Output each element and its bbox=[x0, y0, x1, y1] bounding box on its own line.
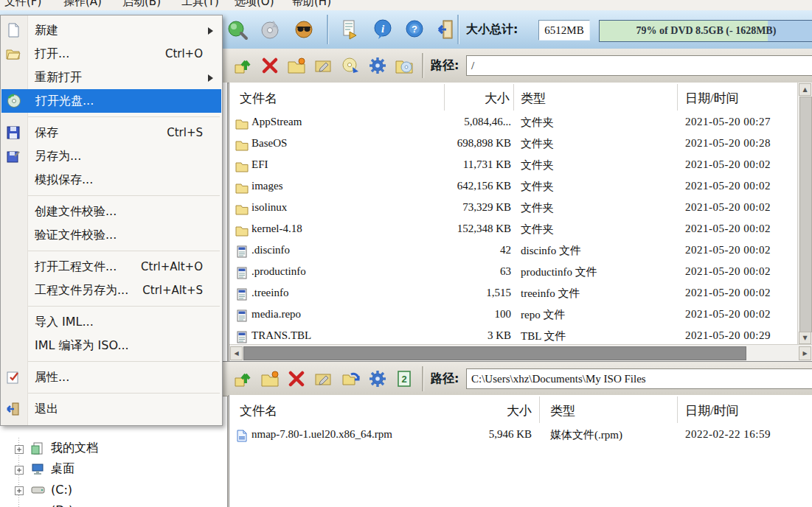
menu-item-create-checksum[interactable]: 创建文件校验... bbox=[1, 200, 222, 223]
tree-item-label: (C:) bbox=[51, 483, 72, 497]
menu-item-verify-checksum[interactable]: 验证文件校验... bbox=[1, 223, 222, 247]
table-row[interactable]: .discinfo42discinfo 文件2021-05-20 00:02 bbox=[229, 242, 812, 263]
menu-options[interactable]: 选项(O) bbox=[235, 0, 274, 9]
tree-item-label: (D:) bbox=[51, 503, 73, 507]
compress-iso-icon[interactable] bbox=[225, 17, 250, 42]
table-row[interactable]: kernel-4.18152,348 KB文件夹2021-05-20 00:02 bbox=[229, 220, 812, 242]
scroll-left-button[interactable]: ◀ bbox=[230, 346, 243, 360]
new-folder-icon[interactable] bbox=[286, 55, 307, 76]
column-header-name[interactable]: 文件名 bbox=[240, 402, 277, 419]
rename-icon[interactable] bbox=[313, 55, 333, 76]
menu-actions[interactable]: 操作(A) bbox=[63, 0, 102, 9]
file-type: 文件夹 bbox=[521, 180, 554, 194]
delete-icon[interactable] bbox=[260, 55, 280, 76]
size-total-value: 6512MB bbox=[538, 20, 590, 41]
size-total-label: 大小总计: bbox=[466, 22, 518, 38]
menu-item-open[interactable]: 打开... Ctrl+O bbox=[1, 42, 222, 66]
menu-tools[interactable]: 工具(T) bbox=[181, 0, 219, 9]
local-path-field[interactable]: C:\Users\xhz\Documents\My ISO Files bbox=[466, 368, 812, 389]
iso-path-field[interactable]: / bbox=[466, 55, 812, 76]
window: 文件(F) 操作(A) 启动(B) 工具(T) 选项(O) 帮助(H) i ? … bbox=[0, 0, 812, 507]
mount-iso-icon[interactable] bbox=[338, 17, 363, 42]
menu-separator bbox=[3, 306, 220, 307]
settings-gear-icon[interactable] bbox=[367, 55, 388, 76]
menu-help[interactable]: 帮助(H) bbox=[292, 0, 331, 9]
column-header-size[interactable]: 大小 bbox=[473, 90, 510, 107]
exit-app-icon[interactable] bbox=[433, 17, 458, 42]
vertical-scrollbar[interactable]: ▲ ▼ bbox=[797, 83, 812, 345]
column-header-size[interactable]: 大小 bbox=[495, 402, 532, 419]
expand-icon[interactable] bbox=[15, 444, 24, 452]
menu-item-label: 新建 bbox=[35, 23, 58, 38]
new-folder-icon[interactable] bbox=[260, 368, 280, 389]
expand-icon[interactable] bbox=[15, 464, 24, 473]
horizontal-scroll-thumb[interactable] bbox=[243, 346, 746, 360]
folder-icon bbox=[235, 139, 249, 151]
file-name: BaseOS bbox=[251, 137, 287, 150]
file-size: 698,898 KB bbox=[362, 137, 511, 150]
table-row[interactable]: nmap-7.80-1.uel20.x86_64.rpm5,946 KB媒体文件… bbox=[229, 426, 812, 447]
menu-boot[interactable]: 启动(B) bbox=[122, 0, 161, 9]
menu-item-import-iml[interactable]: 导入 IML... bbox=[1, 310, 222, 334]
vertical-scroll-thumb[interactable] bbox=[799, 97, 812, 332]
table-row[interactable]: isolinux73,329 KB文件夹2021-05-20 00:02 bbox=[229, 199, 812, 220]
menu-item-open-project[interactable]: 打开工程文件... Ctrl+Alt+O bbox=[1, 255, 222, 279]
column-separator bbox=[677, 396, 678, 423]
table-row[interactable]: .treeinfo1,515treeinfo 文件2021-05-20 00:0… bbox=[229, 284, 812, 306]
menu-item-new[interactable]: 新建 bbox=[1, 18, 222, 42]
menu-item-simulate-save[interactable]: 模拟保存... bbox=[1, 168, 222, 192]
expand-icon[interactable] bbox=[15, 485, 24, 494]
tree-item-label: 我的文档 bbox=[51, 441, 98, 456]
column-header-date[interactable]: 日期/时间 bbox=[685, 90, 739, 107]
info-icon[interactable]: i bbox=[370, 17, 395, 42]
settings-gear-icon[interactable] bbox=[367, 368, 388, 389]
table-row[interactable]: BaseOS698,898 KB文件夹2021-05-20 00:28 bbox=[229, 135, 812, 156]
up-folder-icon[interactable] bbox=[233, 368, 254, 389]
tree-item-drive-c[interactable]: (C:) bbox=[0, 479, 227, 500]
menu-item-save[interactable]: 保存 Ctrl+S bbox=[1, 121, 222, 144]
table-row[interactable]: images642,156 KB文件夹2021-05-20 00:02 bbox=[229, 178, 812, 199]
column-header-type[interactable]: 类型 bbox=[521, 90, 546, 107]
menu-item-save-as[interactable]: 另存为... bbox=[1, 144, 222, 168]
menu-item-open-cd[interactable]: 打开光盘... bbox=[1, 89, 221, 113]
file-type: 文件夹 bbox=[521, 116, 554, 130]
menu-item-save-project-as[interactable]: 工程文件另存为... Ctrl+Alt+S bbox=[1, 279, 222, 302]
hide-glasses-icon[interactable] bbox=[291, 17, 316, 42]
scroll-right-button[interactable]: ▶ bbox=[799, 346, 811, 360]
table-row[interactable]: AppStream5,084,46...文件夹2021-05-20 00:27 bbox=[229, 113, 812, 135]
menu-item-compile-iml[interactable]: IML 编译为 ISO... bbox=[1, 334, 222, 357]
column-header-date[interactable]: 日期/时间 bbox=[685, 402, 739, 419]
scroll-up-button[interactable]: ▲ bbox=[799, 83, 811, 96]
table-row[interactable]: media.repo100repo 文件2021-05-20 00:02 bbox=[229, 306, 812, 327]
document-2-icon[interactable]: 2 bbox=[394, 368, 414, 389]
scroll-down-button[interactable]: ▼ bbox=[799, 332, 811, 344]
file-date: 2021-05-20 00:02 bbox=[685, 265, 771, 278]
menu-item-label: 保存 bbox=[35, 125, 58, 141]
rename-icon[interactable] bbox=[313, 368, 333, 389]
menu-item-label: 导入 IML... bbox=[35, 315, 94, 330]
view-disc-icon[interactable] bbox=[341, 55, 361, 76]
file-name: media.repo bbox=[251, 308, 301, 321]
iso-folder-icon[interactable] bbox=[394, 55, 414, 76]
menu-item-exit[interactable]: 退出 bbox=[1, 397, 222, 421]
table-row[interactable]: EFI11,731 KB文件夹2021-05-20 00:02 bbox=[229, 156, 812, 178]
tree-item-drive-d[interactable]: (D:) bbox=[0, 500, 227, 507]
menu-item-properties[interactable]: 属性... bbox=[1, 366, 222, 389]
tree-item-my-documents[interactable]: 我的文档 bbox=[0, 438, 227, 458]
menu-item-reopen[interactable]: 重新打开 bbox=[1, 66, 222, 89]
file-type: repo 文件 bbox=[521, 308, 565, 322]
file-type: 文件夹 bbox=[521, 137, 554, 151]
column-header-name[interactable]: 文件名 bbox=[240, 90, 277, 107]
tree-item-desktop[interactable]: 桌面 bbox=[0, 458, 227, 479]
horizontal-scrollbar[interactable]: ◀ ▶ bbox=[229, 344, 812, 361]
file-type: TBL 文件 bbox=[521, 329, 566, 343]
refresh-icon[interactable] bbox=[341, 368, 361, 389]
help-icon[interactable]: ? bbox=[402, 17, 427, 42]
burn-cd-icon[interactable] bbox=[258, 17, 283, 42]
extract-icon[interactable] bbox=[233, 55, 254, 76]
menu-item-shortcut: Ctrl+O bbox=[165, 47, 222, 60]
table-row[interactable]: .productinfo63productinfo 文件2021-05-20 0… bbox=[229, 263, 812, 284]
menu-file[interactable]: 文件(F) bbox=[4, 0, 41, 9]
column-header-type[interactable]: 类型 bbox=[550, 402, 575, 419]
delete-icon[interactable] bbox=[286, 368, 307, 389]
